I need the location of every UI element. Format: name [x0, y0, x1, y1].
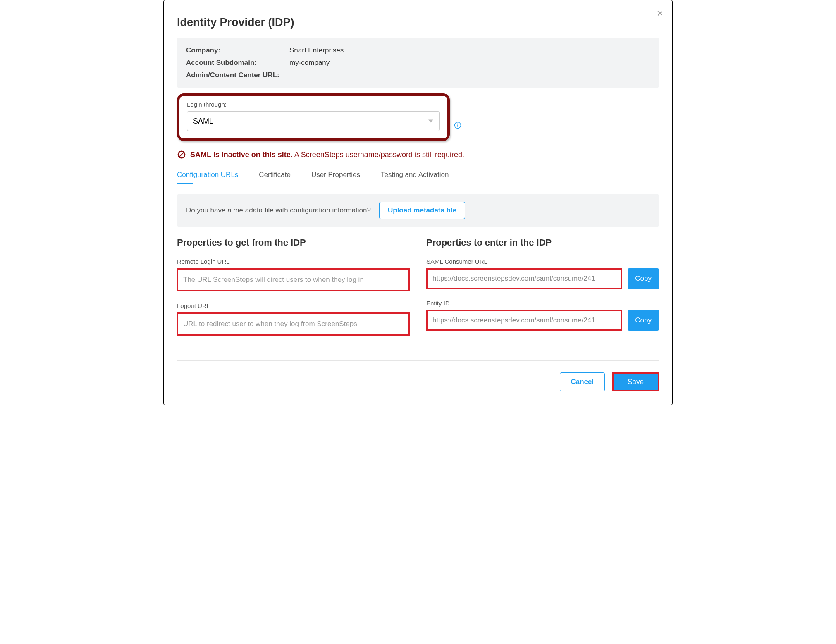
modal-title: Identity Provider (IDP) — [177, 16, 659, 29]
saml-consumer-url-value: https://docs.screenstepsdev.com/saml/con… — [426, 268, 622, 289]
idp-get-heading: Properties to get from the IDP — [177, 237, 410, 248]
entity-id-value: https://docs.screenstepsdev.com/saml/con… — [426, 310, 622, 331]
copy-entity-id-button[interactable]: Copy — [628, 310, 659, 331]
svg-line-4 — [179, 153, 184, 157]
logout-url-input[interactable] — [178, 314, 408, 334]
footer-divider — [177, 360, 659, 361]
idp-modal: × Identity Provider (IDP) Company: Snarf… — [163, 0, 673, 405]
metadata-upload-bar: Do you have a metadata file with configu… — [177, 194, 659, 227]
close-icon[interactable]: × — [657, 8, 663, 19]
company-value: Snarf Enterprises — [289, 46, 344, 55]
config-tabs: Configuration URLs Certificate User Prop… — [177, 167, 659, 184]
copy-consumer-url-button[interactable]: Copy — [628, 268, 659, 289]
account-info-panel: Company: Snarf Enterprises Account Subdo… — [177, 38, 659, 88]
idp-enter-heading: Properties to enter in the IDP — [426, 237, 659, 248]
login-through-label: Login through: — [187, 101, 440, 108]
subdomain-label: Account Subdomain: — [186, 59, 289, 67]
upload-metadata-button[interactable]: Upload metadata file — [379, 202, 465, 219]
login-through-select[interactable] — [187, 111, 440, 131]
tab-testing-activation[interactable]: Testing and Activation — [381, 167, 449, 184]
tab-user-properties[interactable]: User Properties — [311, 167, 360, 184]
entity-id-label: Entity ID — [426, 300, 659, 307]
alert-text: SAML is inactive on this site. A ScreenS… — [190, 150, 464, 159]
cancel-button[interactable]: Cancel — [560, 372, 605, 391]
save-button[interactable]: Save — [612, 372, 659, 391]
login-through-section: Login through: — [177, 93, 450, 141]
remote-login-url-label: Remote Login URL — [177, 258, 410, 265]
modal-footer: Cancel Save — [177, 372, 659, 391]
metadata-question: Do you have a metadata file with configu… — [186, 206, 371, 215]
svg-point-2 — [457, 124, 458, 124]
tab-certificate[interactable]: Certificate — [259, 167, 291, 184]
subdomain-value: my-company — [289, 59, 330, 67]
tab-configuration-urls[interactable]: Configuration URLs — [177, 167, 238, 184]
saml-consumer-url-label: SAML Consumer URL — [426, 258, 659, 265]
company-label: Company: — [186, 46, 289, 55]
admin-url-label: Admin/Content Center URL: — [186, 71, 289, 79]
logout-url-label: Logout URL — [177, 302, 410, 309]
prohibit-icon — [177, 150, 186, 159]
remote-login-url-input[interactable] — [178, 270, 408, 290]
saml-inactive-alert: SAML is inactive on this site. A ScreenS… — [177, 150, 659, 159]
idp-enter-column: Properties to enter in the IDP SAML Cons… — [426, 237, 659, 346]
info-icon[interactable] — [454, 122, 461, 131]
idp-get-column: Properties to get from the IDP Remote Lo… — [177, 237, 410, 346]
